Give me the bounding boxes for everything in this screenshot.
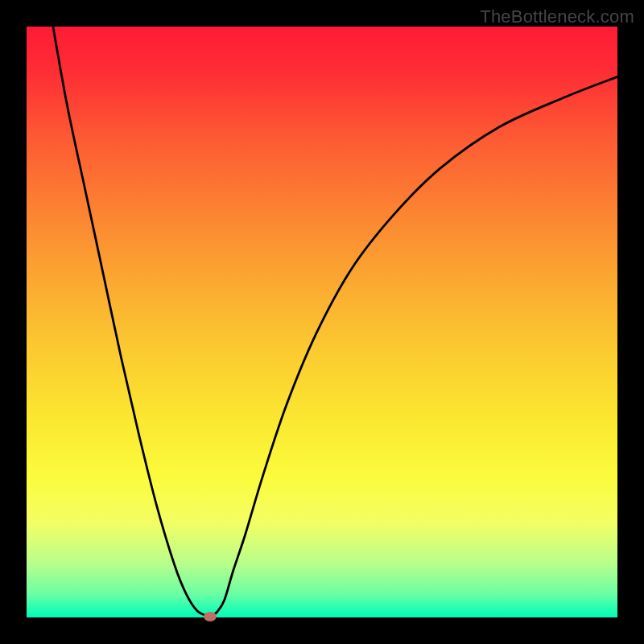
watermark-text: TheBottleneck.com — [480, 6, 634, 27]
optimal-point-marker — [204, 612, 217, 621]
bottleneck-curve — [27, 27, 617, 617]
